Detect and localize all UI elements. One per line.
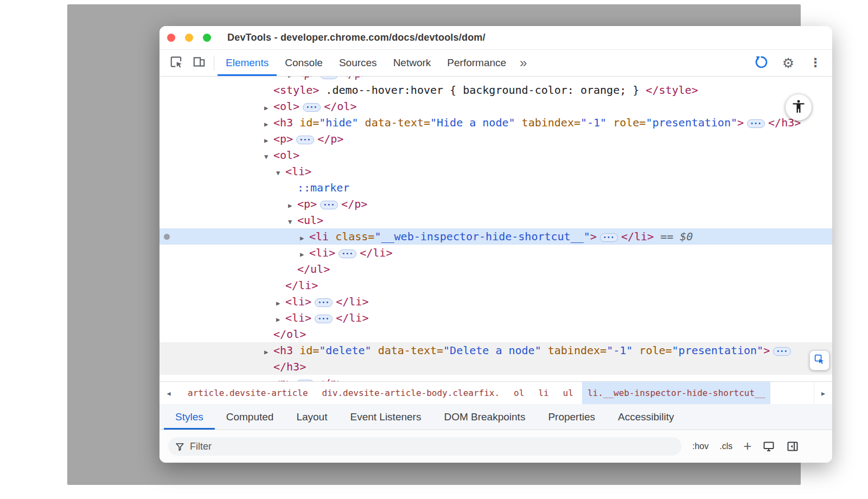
inline-expand-button[interactable]: •••: [315, 298, 333, 307]
inline-expand-button[interactable]: •••: [339, 250, 356, 258]
chevron-right-icon: ▸: [821, 389, 825, 398]
tab-performance[interactable]: Performance: [439, 50, 514, 76]
expand-arrow-icon[interactable]: ▼: [288, 214, 297, 230]
expand-arrow-icon[interactable]: ▶: [264, 344, 273, 360]
dom-tree-row[interactable]: </h3>: [159, 359, 832, 375]
inline-expand-button[interactable]: •••: [747, 119, 765, 128]
inspect-corner-badge[interactable]: [809, 350, 829, 370]
breadcrumb-scroll-right-button[interactable]: ▸: [814, 382, 832, 404]
dom-tree-row[interactable]: ▼<ul>: [159, 212, 832, 228]
breadcrumb-bar: ◂ article.devsite-articlediv.devsite-art…: [159, 381, 832, 404]
styles-filter-input[interactable]: [190, 441, 675, 452]
inline-expand-button[interactable]: •••: [315, 315, 333, 323]
expand-arrow-icon[interactable]: ▼: [276, 165, 285, 181]
dom-tree-row[interactable]: ▶<p>•••</p>: [159, 131, 832, 147]
code-segment: <ol>: [273, 149, 299, 162]
dom-tree-row[interactable]: </ul>: [159, 261, 832, 277]
dom-tree-row[interactable]: ▶<li>•••</li>: [159, 310, 832, 326]
code-segment: >: [737, 116, 744, 129]
toggle-element-state-button[interactable]: :hov: [692, 442, 709, 451]
styles-tab-properties[interactable]: Properties: [537, 404, 607, 430]
expand-arrow-icon[interactable]: ▶: [300, 230, 309, 246]
tab-elements[interactable]: Elements: [218, 50, 277, 76]
dom-tree-row[interactable]: ▶<p>•••</p>: [159, 76, 832, 82]
gutter-marker-dot: [164, 234, 170, 240]
more-tabs-button[interactable]: »: [514, 50, 532, 76]
expand-arrow-icon[interactable]: ▶: [264, 376, 273, 381]
breadcrumb-scroll-left-button[interactable]: ◂: [159, 382, 178, 404]
styles-tab-styles[interactable]: Styles: [164, 404, 215, 430]
accessibility-floating-button[interactable]: [786, 94, 812, 120]
expand-arrow-icon[interactable]: ▶: [264, 132, 273, 149]
inline-expand-button[interactable]: •••: [600, 233, 618, 242]
close-window-button[interactable]: [167, 34, 175, 42]
styles-tab-accessibility[interactable]: Accessibility: [607, 404, 685, 430]
toggle-device-toolbar-button[interactable]: [188, 52, 210, 74]
styles-tab-computed[interactable]: Computed: [215, 404, 285, 430]
code-segment: >: [763, 344, 770, 357]
expand-arrow-icon[interactable]: ▶: [288, 197, 297, 214]
code-segment: <li: [309, 230, 329, 243]
panel-tabs: ElementsConsoleSourcesNetworkPerformance: [218, 50, 514, 76]
minimize-window-button[interactable]: [185, 34, 193, 42]
dom-tree-row[interactable]: </ol>: [159, 326, 832, 342]
breadcrumb-item[interactable]: article.devsite-article: [182, 382, 314, 404]
maximize-window-button[interactable]: [203, 34, 211, 42]
styles-tab-dom-breakpoints[interactable]: DOM Breakpoints: [432, 404, 537, 430]
reload-devtools-button[interactable]: [750, 52, 773, 74]
inline-expand-button[interactable]: •••: [296, 136, 314, 144]
dom-tree-row[interactable]: ::marker: [159, 180, 832, 196]
dom-tree-row[interactable]: ▶<li>•••</li>: [159, 293, 832, 310]
arrow-spacer: [288, 263, 297, 279]
code-segment: tabindex=: [515, 116, 580, 129]
dom-tree-row[interactable]: ▶<h3 id="hide" data-text="Hide a node" t…: [159, 114, 832, 131]
inspect-element-button[interactable]: [165, 52, 188, 74]
rendering-emulation-button[interactable]: [762, 440, 775, 453]
dom-tree-row[interactable]: <style> .demo--hover:hover { background-…: [159, 82, 832, 98]
styles-tab-layout[interactable]: Layout: [285, 404, 339, 430]
code-segment: </p>: [341, 76, 367, 80]
inline-expand-button[interactable]: •••: [296, 380, 314, 381]
dom-tree-row[interactable]: ▶<h3 id="delete" data-text="Delete a nod…: [159, 342, 832, 359]
breadcrumb-list: article.devsite-articlediv.devsite-artic…: [178, 382, 814, 404]
expand-arrow-icon[interactable]: ▶: [264, 116, 273, 132]
inline-expand-button[interactable]: •••: [320, 76, 338, 79]
inline-expand-button[interactable]: •••: [320, 201, 338, 209]
tab-sources[interactable]: Sources: [331, 50, 385, 76]
devtools-toolbar: ElementsConsoleSourcesNetworkPerformance…: [159, 50, 832, 76]
dom-tree-row-selected[interactable]: ▶<li class="__web-inspector-hide-shortcu…: [159, 228, 832, 245]
tab-console[interactable]: Console: [277, 50, 331, 76]
styles-filter-pill: [168, 437, 681, 456]
dom-tree-row[interactable]: ▶<li>•••</li>: [159, 245, 832, 261]
inline-expand-button[interactable]: •••: [303, 103, 321, 112]
toggle-class-button[interactable]: .cls: [719, 442, 732, 451]
breadcrumb-item[interactable]: div.devsite-article-body.clearfix.: [317, 382, 506, 404]
dom-tree-row[interactable]: </li>: [159, 277, 832, 293]
tab-network[interactable]: Network: [385, 50, 439, 76]
code-segment: <p>: [273, 376, 293, 381]
expand-arrow-icon[interactable]: ▶: [300, 246, 309, 263]
inline-expand-button[interactable]: •••: [773, 347, 791, 356]
breadcrumb-item[interactable]: ul: [558, 382, 579, 404]
dom-tree-row[interactable]: ▶<p>•••</p>: [159, 375, 832, 381]
dom-tree-row[interactable]: ▼<li>: [159, 163, 832, 180]
expand-arrow-icon[interactable]: ▶: [276, 311, 285, 328]
main-menu-button[interactable]: ⋮: [804, 52, 827, 74]
dom-tree-row[interactable]: ▶<p>•••</p>: [159, 196, 832, 212]
dom-tree-row[interactable]: ▶<ol>•••</ol>: [159, 98, 832, 114]
expand-arrow-icon[interactable]: ▶: [264, 100, 273, 116]
styles-tab-event-listeners[interactable]: Event Listeners: [339, 404, 432, 430]
breadcrumb-item-selected[interactable]: li.__web-inspector-hide-shortcut__: [582, 382, 771, 404]
expand-arrow-icon[interactable]: ▶: [276, 295, 285, 311]
new-style-rule-button[interactable]: +: [743, 439, 751, 453]
toggle-sidebar-button[interactable]: [786, 440, 799, 453]
code-segment: </li>: [336, 311, 368, 324]
expand-arrow-icon[interactable]: ▼: [264, 149, 273, 165]
settings-button[interactable]: ⚙: [777, 52, 800, 74]
breadcrumb-item[interactable]: li: [533, 382, 554, 404]
breadcrumb-item[interactable]: ol: [508, 382, 529, 404]
code-segment: <li>: [285, 165, 311, 178]
dom-tree-row[interactable]: ▼<ol>: [159, 147, 832, 163]
code-segment: data-text=: [359, 116, 430, 129]
desktop-background: DevTools - developer.chrome.com/docs/dev…: [67, 4, 801, 485]
